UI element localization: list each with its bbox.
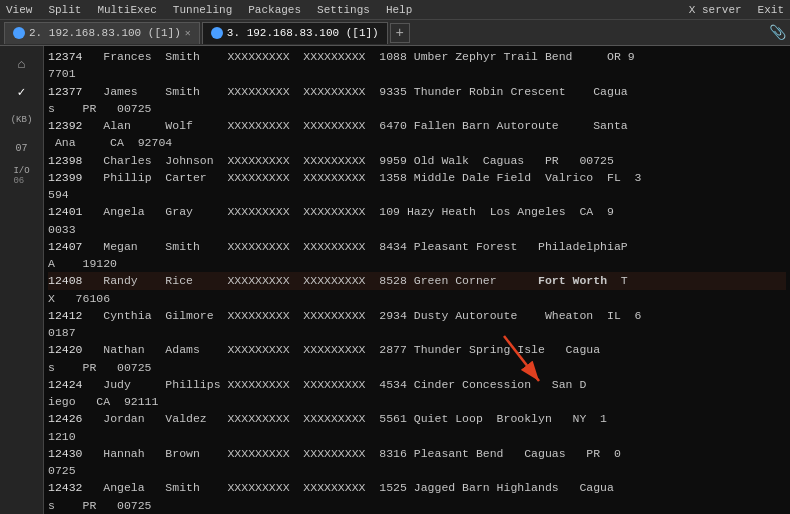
menu-settings[interactable]: Settings — [315, 4, 372, 16]
terminal-line: 12407 Megan Smith XXXXXXXXX XXXXXXXXX 84… — [48, 238, 786, 255]
terminal-line: 12377 James Smith XXXXXXXXX XXXXXXXXX 93… — [48, 83, 786, 100]
terminal-line: 0033 — [48, 221, 786, 238]
sidebar-group: ⌂ ✓ (KB) 07 I/O 06 — [0, 50, 43, 190]
terminal[interactable]: 12374 Frances Smith XXXXXXXXX XXXXXXXXX … — [44, 46, 790, 514]
sidebar-home-icon[interactable]: ⌂ — [4, 50, 40, 78]
tab-add-button[interactable]: + — [390, 23, 410, 43]
menubar: View Split MultiExec Tunneling Packages … — [0, 0, 790, 20]
terminal-line: 594 — [48, 186, 786, 203]
terminal-line: 0725 — [48, 462, 786, 479]
tab-icon-2 — [211, 27, 223, 39]
terminal-line: 12412 Cynthia Gilmore XXXXXXXXX XXXXXXXX… — [48, 307, 786, 324]
sidebar-check-icon[interactable]: ✓ — [4, 78, 40, 106]
terminal-line: Ana CA 92704 — [48, 134, 786, 151]
menu-xserver[interactable]: X server — [687, 4, 744, 16]
menu-view[interactable]: View — [4, 4, 34, 16]
terminal-line: s PR 00725 — [48, 359, 786, 376]
terminal-line: 12424 Judy Phillips XXXXXXXXX XXXXXXXXX … — [48, 376, 786, 393]
terminal-line-fort-worth: 12408 Randy Rice XXXXXXXXX XXXXXXXXX 852… — [48, 272, 786, 289]
tab-1-label: 2. 192.168.83.100 ([1]) — [29, 27, 181, 39]
sidebar-kb-icon[interactable]: (KB) — [4, 106, 40, 134]
terminal-line: s PR 00725 — [48, 100, 786, 117]
tab-2-label: 3. 192.168.83.100 ([1]) — [227, 27, 379, 39]
terminal-line: 1210 — [48, 428, 786, 445]
sidebar-io-icon[interactable]: I/O 06 — [4, 162, 40, 190]
menu-exit[interactable]: Exit — [756, 4, 786, 16]
paperclip-icon: 📎 — [769, 24, 786, 41]
tab-1-close[interactable]: ✕ — [185, 27, 191, 39]
terminal-line: 12430 Hannah Brown XXXXXXXXX XXXXXXXXX 8… — [48, 445, 786, 462]
main-area: ⌂ ✓ (KB) 07 I/O 06 12374 Frances Smith X… — [0, 46, 790, 514]
terminal-line: 12426 Jordan Valdez XXXXXXXXX XXXXXXXXX … — [48, 410, 786, 427]
terminal-line: 12401 Angela Gray XXXXXXXXX XXXXXXXXX 10… — [48, 203, 786, 220]
menu-split[interactable]: Split — [46, 4, 83, 16]
terminal-line: 0187 — [48, 324, 786, 341]
terminal-wrapper: 12374 Frances Smith XXXXXXXXX XXXXXXXXX … — [44, 46, 790, 514]
terminal-line: A 19120 — [48, 255, 786, 272]
menubar-left: View Split MultiExec Tunneling Packages … — [4, 4, 414, 16]
terminal-line: 12432 Angela Smith XXXXXXXXX XXXXXXXXX 1… — [48, 479, 786, 496]
terminal-line: 12374 Frances Smith XXXXXXXXX XXXXXXXXX … — [48, 48, 786, 65]
sidebar: ⌂ ✓ (KB) 07 I/O 06 — [0, 46, 44, 514]
tabbar: 2. 192.168.83.100 ([1]) ✕ 3. 192.168.83.… — [0, 20, 790, 46]
terminal-line: X 76106 — [48, 290, 786, 307]
terminal-line: 12398 Charles Johnson XXXXXXXXX XXXXXXXX… — [48, 152, 786, 169]
tab-2[interactable]: 3. 192.168.83.100 ([1]) — [202, 22, 388, 44]
terminal-line: s PR 00725 — [48, 497, 786, 514]
menu-multiexec[interactable]: MultiExec — [95, 4, 158, 16]
terminal-line: 7701 — [48, 65, 786, 82]
tab-1[interactable]: 2. 192.168.83.100 ([1]) ✕ — [4, 22, 200, 44]
terminal-line: 12399 Phillip Carter XXXXXXXXX XXXXXXXXX… — [48, 169, 786, 186]
sidebar-07-icon[interactable]: 07 — [4, 134, 40, 162]
terminal-line: 12392 Alan Wolf XXXXXXXXX XXXXXXXXX 6470… — [48, 117, 786, 134]
menu-help[interactable]: Help — [384, 4, 414, 16]
tab-icon-1 — [13, 27, 25, 39]
terminal-line: 12420 Nathan Adams XXXXXXXXX XXXXXXXXX 2… — [48, 341, 786, 358]
terminal-line: iego CA 92111 — [48, 393, 786, 410]
menu-packages[interactable]: Packages — [246, 4, 303, 16]
menu-tunneling[interactable]: Tunneling — [171, 4, 234, 16]
menubar-right: X server Exit — [687, 4, 786, 16]
